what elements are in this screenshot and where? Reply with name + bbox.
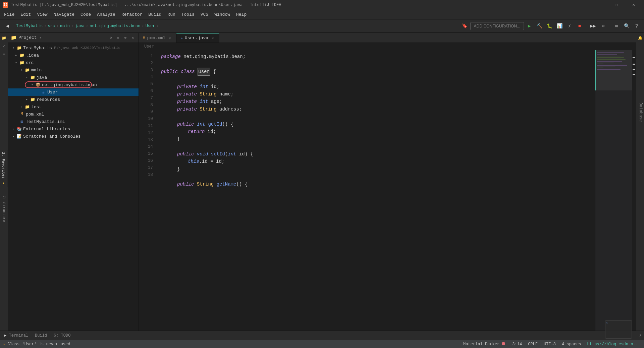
collapse-all-icon[interactable]: ⊖ xyxy=(115,35,121,41)
structure-icon[interactable]: ≡ xyxy=(0,50,8,58)
menu-help[interactable]: Help xyxy=(233,11,249,18)
tree-idea-folder[interactable]: ▸ 📁 .idea xyxy=(8,52,139,59)
tree-iml-label: TestMybatis.iml xyxy=(26,119,65,124)
tree-user-file[interactable]: ☕ User xyxy=(8,88,139,96)
help-icon[interactable]: ? xyxy=(632,21,641,31)
status-warning-text[interactable]: Class 'User' is never used xyxy=(6,342,71,347)
database-sidebar-tab[interactable]: Database xyxy=(637,100,644,125)
favorites-sidebar-tab[interactable]: 2: Favorites ★ xyxy=(0,150,7,187)
tree-arrow-root: ▾ xyxy=(11,45,16,51)
tree-external-libraries[interactable]: ▸ 📚 External Libraries xyxy=(8,125,139,133)
debug-icon[interactable]: 🐛 xyxy=(545,21,554,31)
menu-run[interactable]: Run xyxy=(165,11,178,18)
toolbar-back-button[interactable]: ◀ xyxy=(3,21,12,31)
code-line-3: public class User { xyxy=(161,68,595,75)
gear-icon[interactable]: ⚙ xyxy=(108,35,114,41)
tree-main-folder[interactable]: ▾ 📁 main xyxy=(8,66,139,74)
right-scrollbar[interactable] xyxy=(632,50,636,331)
tree-java-folder[interactable]: ▾ 📁 java xyxy=(8,74,139,81)
bottom-bar: ▶ Terminal Build 6: TODO ⚡ xyxy=(0,331,644,340)
menu-view[interactable]: View xyxy=(34,11,50,18)
code-line-4 xyxy=(161,75,595,83)
java-file-icon-user: ☕ xyxy=(40,89,46,95)
toolbar-right: 🔖 ADD CONFIGURATION... ▶ 🔨 🐛 📊 ⚡ ■ ▶▶ ⊕ … xyxy=(460,21,641,31)
notifications-icon[interactable]: 🔔 xyxy=(637,34,644,42)
stop-button[interactable]: ■ xyxy=(575,21,584,31)
breadcrumb-java[interactable]: java xyxy=(75,24,85,28)
status-encoding[interactable]: UTF-8 xyxy=(543,342,557,347)
todo-tab[interactable]: 6: TODO xyxy=(52,333,72,339)
commit-icon[interactable]: ✔ xyxy=(0,42,8,50)
tree-arrow-src: ▾ xyxy=(13,60,19,65)
minimize-button[interactable]: ─ xyxy=(592,0,608,10)
title-bar-controls: ─ ❐ ✕ xyxy=(592,0,641,10)
menu-build[interactable]: Build xyxy=(146,11,164,18)
tab-user-java[interactable]: ☕ User.java ✕ xyxy=(176,33,219,43)
tree-test-folder[interactable]: ▸ 📁 test xyxy=(8,103,139,111)
xml-file-icon-pom: M xyxy=(19,112,25,117)
maximize-button[interactable]: ❐ xyxy=(609,0,625,10)
breadcrumb: TestMybatis › src › main › java › net.qi… xyxy=(16,24,459,28)
menu-analyze[interactable]: Analyze xyxy=(94,11,118,18)
terminal-tab[interactable]: ▶ Terminal xyxy=(3,332,30,339)
toolbar-spacer xyxy=(585,21,588,31)
status-url[interactable]: https://blog.csdn.n... xyxy=(586,342,641,347)
structure-sidebar-tab[interactable]: 7: Structure xyxy=(0,194,7,224)
tree-root[interactable]: ▾ 📁 TestMybatis F:\java_web_KJ2020\TestM… xyxy=(8,44,139,52)
project-panel-icon[interactable]: 📁 xyxy=(0,34,8,42)
run-button[interactable]: ▶ xyxy=(525,21,534,31)
breadcrumb-src[interactable]: src xyxy=(48,24,55,28)
search-everywhere-icon[interactable]: 🔍 xyxy=(622,21,631,31)
close-button[interactable]: ✕ xyxy=(626,0,641,10)
gutter-method-icon-10: ○ xyxy=(156,122,156,127)
menu-navigate[interactable]: Navigate xyxy=(51,11,77,18)
menu-refactor[interactable]: Refactor xyxy=(119,11,145,18)
menu-tools[interactable]: Tools xyxy=(179,11,197,18)
status-bar: ⚠ Class 'User' is never used Material Da… xyxy=(0,340,644,348)
bottom-power-icon: ⚡ xyxy=(639,333,641,338)
project-panel: 📁 Project ▾ ⚙ ⊖ ⊕ ✕ ▾ 📁 TestMybatis F:\j… xyxy=(8,33,139,331)
menu-edit[interactable]: Edit xyxy=(18,11,34,18)
menu-bar: File Edit View Navigate Code Analyze Ref… xyxy=(0,10,644,19)
expand-all-icon[interactable]: ⊕ xyxy=(122,35,128,41)
add-configuration-button[interactable]: ADD CONFIGURATION... xyxy=(470,22,524,30)
bookmark-icon[interactable]: 🔖 xyxy=(460,21,470,31)
breadcrumb-package[interactable]: net.qing.mybatis.bean xyxy=(90,24,140,28)
run-again-icon[interactable]: ▶▶ xyxy=(588,21,598,31)
gutter-method-icon-16: ○ xyxy=(156,166,156,172)
title-text: TestMybatis [F:\java_web_KJ2020\TestMyba… xyxy=(11,3,281,7)
tree-src-folder[interactable]: ▾ 📁 src xyxy=(8,59,139,66)
menu-file[interactable]: File xyxy=(1,11,17,18)
code-line-8: private String address; xyxy=(161,106,595,113)
tree-package-folder[interactable]: ▾ 📦 net.qing.mybatis.bean xyxy=(8,81,139,88)
breadcrumb-project[interactable]: TestMybatis xyxy=(16,24,43,28)
close-project-panel-icon[interactable]: ✕ xyxy=(130,35,136,41)
menu-window[interactable]: Window xyxy=(212,11,233,18)
code-line-7: private int age; xyxy=(161,98,595,105)
profile-icon[interactable]: ⚡ xyxy=(565,21,574,31)
tab-pom-xml[interactable]: M pom.xml ✕ xyxy=(139,33,176,43)
code-editor[interactable]: package net.qing.mybatis.bean; public cl… xyxy=(156,50,595,331)
breadcrumb-file[interactable]: User xyxy=(146,24,155,28)
breadcrumb-main[interactable]: main xyxy=(60,24,70,28)
status-theme[interactable]: Material Darker xyxy=(462,342,507,347)
breakpoints-icon[interactable]: ⊕ xyxy=(598,21,608,31)
build-icon[interactable]: 🔨 xyxy=(535,21,544,31)
status-left: ⚠ Class 'User' is never used xyxy=(3,342,71,347)
tree-iml-file[interactable]: ⊞ TestMybatis.iml xyxy=(8,118,139,125)
status-position[interactable]: 3:14 xyxy=(511,342,523,347)
status-line-ending[interactable]: CRLF xyxy=(527,342,539,347)
minimap[interactable] xyxy=(595,50,632,331)
layout-icon[interactable]: ⊞ xyxy=(612,21,621,31)
build-tab[interactable]: Build xyxy=(34,333,48,339)
menu-vcs[interactable]: VCS xyxy=(198,11,211,18)
tab-close-pom[interactable]: ✕ xyxy=(167,36,172,40)
tab-close-user[interactable]: ✕ xyxy=(210,36,215,41)
tree-resources-folder[interactable]: ▸ 📁 resources xyxy=(8,96,139,103)
code-container[interactable]: 1 2 3 4 5 6 7 8 9 10 11 12 13 14 15 16 1… xyxy=(139,50,636,331)
status-indent[interactable]: 4 spaces xyxy=(561,342,582,347)
menu-code[interactable]: Code xyxy=(78,11,94,18)
tree-pom-file[interactable]: M pom.xml xyxy=(8,111,139,118)
coverage-icon[interactable]: 📊 xyxy=(555,21,564,31)
tree-scratches[interactable]: ▸ 📝 Scratches and Consoles xyxy=(8,133,139,140)
